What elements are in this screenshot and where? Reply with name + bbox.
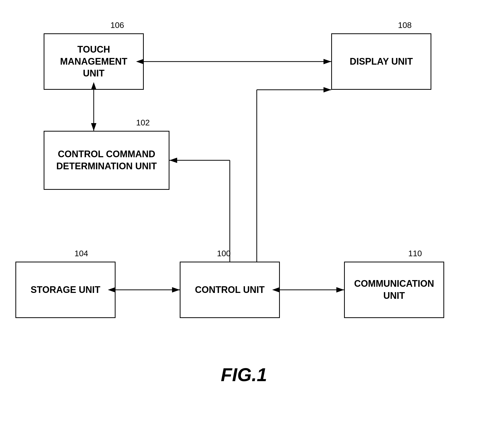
touch-management-unit-label: TOUCH MANAGEMENTUNIT xyxy=(44,44,143,80)
control-command-determination-unit-label: CONTROL COMMANDDETERMINATION UNIT xyxy=(56,148,157,172)
ref-110: 110 xyxy=(408,249,422,258)
control-command-determination-unit-box: CONTROL COMMANDDETERMINATION UNIT xyxy=(44,131,169,190)
touch-management-unit-box: TOUCH MANAGEMENTUNIT xyxy=(44,33,144,90)
control-unit-box: CONTROL UNIT xyxy=(180,262,280,318)
ref-106: 106 xyxy=(110,21,124,30)
ref-108: 108 xyxy=(398,21,412,30)
ref-102: 102 xyxy=(136,118,150,127)
storage-unit-label: STORAGE UNIT xyxy=(31,284,100,296)
ref-104: 104 xyxy=(74,249,88,258)
communication-unit-label: COMMUNICATIONUNIT xyxy=(354,278,434,302)
diagram: 106 108 102 104 100 110 TOUCH MANAGEMENT… xyxy=(0,0,504,425)
control-unit-label: CONTROL UNIT xyxy=(195,284,264,296)
display-unit-box: DISPLAY UNIT xyxy=(331,33,431,90)
communication-unit-box: COMMUNICATIONUNIT xyxy=(344,262,444,318)
figure-label: FIG.1 xyxy=(193,364,295,385)
ref-100: 100 xyxy=(217,249,231,258)
storage-unit-box: STORAGE UNIT xyxy=(15,262,116,318)
display-unit-label: DISPLAY UNIT xyxy=(350,56,413,68)
